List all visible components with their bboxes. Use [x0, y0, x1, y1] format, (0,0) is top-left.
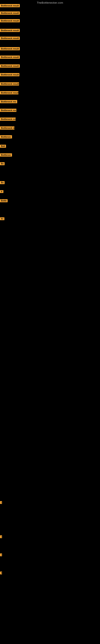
bottleneck-badge-5[interactable]: Bottleneck result — [0, 37, 20, 40]
bottleneck-badge-8[interactable]: Bottleneck result — [0, 64, 20, 68]
bottleneck-badge-14[interactable]: Bottleneck res — [0, 118, 16, 121]
bottleneck-badge-26[interactable]: | — [0, 554, 2, 556]
bottleneck-badge-container-22: Bottle — [0, 199, 8, 203]
bottleneck-badge-20[interactable]: Bo — [0, 181, 4, 184]
bottleneck-badge-container-12: Bottleneck res — [0, 100, 17, 104]
bottleneck-badge-container-19: Bo — [0, 162, 4, 166]
bottleneck-badge-container-6: Bottleneck result — [0, 47, 20, 51]
bottleneck-badge-22[interactable]: Bottle — [0, 199, 8, 202]
bottleneck-badge-19[interactable]: Bo — [0, 162, 4, 165]
bottleneck-badge-11[interactable]: Bottleneck result — [0, 91, 18, 94]
bottleneck-badge-1[interactable]: Bottleneck result — [0, 4, 20, 7]
bottleneck-badge-container-1: Bottleneck result — [0, 4, 20, 8]
bottleneck-badge-container-15: Bottleneck re — [0, 126, 14, 130]
bottleneck-badge-container-20: Bo — [0, 181, 4, 185]
bottleneck-badge-container-26: | — [0, 554, 1, 557]
bottleneck-badge-container-3: Bottleneck result — [0, 19, 20, 23]
bottleneck-badge-container-25: | — [0, 535, 1, 539]
bottleneck-badge-9[interactable]: Bottleneck result — [0, 73, 19, 76]
bottleneck-badge-21[interactable]: B — [0, 190, 3, 193]
bottleneck-badge-container-4: Bottleneck result — [0, 29, 20, 33]
bottleneck-badge-25[interactable]: | — [0, 535, 2, 538]
bottleneck-badge-container-2: Bottleneck result — [0, 12, 20, 16]
bottleneck-badge-2[interactable]: Bottleneck result — [0, 12, 20, 15]
bottleneck-badge-12[interactable]: Bottleneck res — [0, 100, 17, 103]
bottleneck-badge-container-18: Bottlenec — [0, 153, 12, 158]
bottleneck-badge-container-17: Bott — [0, 145, 6, 148]
bottleneck-badge-container-27: E — [0, 572, 1, 575]
bottleneck-badge-container-16: Bottlenec — [0, 135, 12, 139]
bottleneck-badge-16[interactable]: Bottlenec — [0, 135, 12, 138]
bottleneck-badge-container-11: Bottleneck result — [0, 91, 18, 95]
bottleneck-badge-24[interactable]: | — [0, 501, 2, 504]
bottleneck-badge-6[interactable]: Bottleneck result — [0, 47, 20, 50]
bottleneck-badge-3[interactable]: Bottleneck result — [0, 19, 20, 22]
bottleneck-badge-13[interactable]: Bottleneck res — [0, 109, 16, 112]
bottleneck-badge-container-5: Bottleneck result — [0, 37, 20, 41]
bottleneck-badge-container-24: | — [0, 501, 1, 505]
bottleneck-badge-27[interactable]: E — [0, 572, 2, 574]
bottleneck-badge-10[interactable]: Bottleneck result — [0, 82, 19, 86]
bottleneck-badge-15[interactable]: Bottleneck re — [0, 126, 14, 130]
bottleneck-badge-container-10: Bottleneck result — [0, 82, 19, 86]
bottleneck-badge-7[interactable]: Bottleneck result — [0, 56, 20, 59]
bottleneck-badge-container-14: Bottleneck res — [0, 118, 16, 122]
bottleneck-badge-18[interactable]: Bottlenec — [0, 153, 12, 156]
bottleneck-badge-container-8: Bottleneck result — [0, 64, 20, 68]
bottleneck-badge-container-13: Bottleneck res — [0, 109, 16, 113]
bottleneck-badge-23[interactable]: Bo — [0, 217, 4, 220]
bottleneck-badge-container-21: B — [0, 190, 3, 194]
bottleneck-badge-container-7: Bottleneck result — [0, 56, 20, 60]
bottleneck-badge-container-9: Bottleneck result — [0, 73, 19, 77]
bottleneck-badge-container-23: Bo — [0, 217, 4, 221]
bottleneck-badge-17[interactable]: Bott — [0, 145, 6, 148]
bottleneck-badge-4[interactable]: Bottleneck result — [0, 29, 20, 32]
